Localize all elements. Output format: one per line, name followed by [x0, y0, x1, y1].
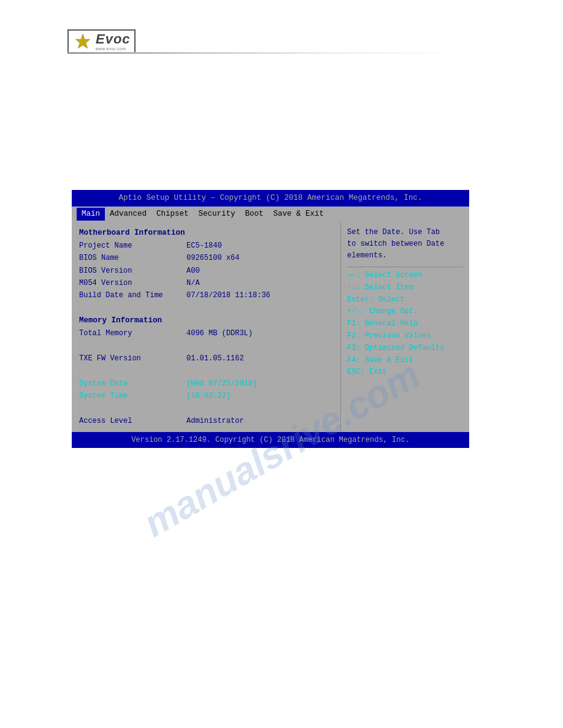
label-system-time: System Time: [79, 390, 186, 402]
key-esc: ESC: Exit: [347, 366, 463, 379]
key-f1: F1: General Help: [347, 318, 463, 330]
menu-item-main[interactable]: Main: [77, 208, 105, 221]
logo-subtitle: www.evoc.com: [96, 47, 131, 51]
label-build-date: Build Date and Time: [79, 289, 186, 301]
value-project-name: EC5-1840: [186, 240, 222, 252]
menu-item-save-exit[interactable]: Save & Exit: [269, 208, 329, 221]
key-select-screen: →←: Select Screen: [347, 270, 463, 282]
key-f2: F2: Previous Values: [347, 330, 463, 343]
field-bios-version: BIOS Version A00: [79, 265, 333, 277]
label-m054-version: M054 Version: [79, 277, 186, 289]
bios-content: Motherboard Information Project Name EC5…: [72, 222, 469, 433]
value-bios-version: A00: [186, 265, 200, 277]
label-project-name: Project Name: [79, 240, 186, 252]
logo-area: Evoc www.evoc.com: [67, 29, 136, 53]
memory-header: Memory Information: [79, 314, 333, 327]
value-build-date: 07/18/2018 11:18:36: [186, 289, 270, 301]
help-divider: [347, 267, 463, 267]
svg-marker-0: [75, 34, 90, 48]
logo-divider: [67, 52, 460, 54]
logo-image: Evoc www.evoc.com: [67, 29, 136, 53]
key-select-item: ↑↓: Select Item: [347, 282, 463, 294]
bios-title: Aptio Setup Utility – Copyright (C) 2018…: [72, 190, 469, 207]
key-change-opt: +/-: Change Opt.: [347, 306, 463, 318]
bios-menu: Main Advanced Chipset Security Boot Save…: [72, 207, 469, 222]
field-txe-fw: TXE FW Version 01.01.05.1162: [79, 352, 333, 365]
value-txe-fw: 01.01.05.1162: [186, 352, 244, 365]
logo-brand-text: Evoc: [96, 32, 131, 47]
key-f4: F4: Save & Exit: [347, 355, 463, 367]
evoc-logo-icon: [71, 32, 94, 51]
label-total-memory: Total Memory: [79, 327, 186, 339]
menu-item-security[interactable]: Security: [194, 208, 240, 221]
field-system-date[interactable]: System Date [Wed 07/25/2018]: [79, 377, 333, 390]
bios-version-bar: Version 2.17.1249. Copyright (C) 2018 Am…: [72, 432, 469, 448]
menu-item-boot[interactable]: Boot: [240, 208, 269, 221]
field-total-memory: Total Memory 4096 MB (DDR3L): [79, 327, 333, 339]
field-project-name: Project Name EC5-1840: [79, 240, 333, 252]
field-access-level: Access Level Administrator: [79, 415, 333, 427]
key-f3: F3: Optimized Defaults: [347, 343, 463, 355]
field-build-date: Build Date and Time 07/18/2018 11:18:36: [79, 289, 333, 301]
label-system-date: System Date: [79, 377, 186, 390]
value-bios-name: 09265100 x64: [186, 252, 239, 264]
key-enter: Enter: Select: [347, 294, 463, 306]
field-system-time[interactable]: System Time [16:03:22]: [79, 390, 333, 402]
key-hints: →←: Select Screen ↑↓: Select Item Enter:…: [347, 270, 463, 379]
label-access-level: Access Level: [79, 415, 186, 427]
value-total-memory: 4096 MB (DDR3L): [186, 327, 253, 339]
bios-right-panel: Set the Date. Use Tabto switch between D…: [340, 222, 469, 433]
value-system-date[interactable]: [Wed 07/25/2018]: [186, 377, 257, 390]
label-txe-fw: TXE FW Version: [79, 352, 186, 365]
field-bios-name: BIOS Name 09265100 x64: [79, 252, 333, 264]
label-bios-name: BIOS Name: [79, 252, 186, 264]
field-m054-version: M054 Version N/A: [79, 277, 333, 289]
menu-item-chipset[interactable]: Chipset: [151, 208, 194, 221]
motherboard-header: Motherboard Information: [79, 227, 333, 240]
value-system-time[interactable]: [16:03:22]: [186, 390, 231, 402]
logo-border: Evoc www.evoc.com: [67, 29, 136, 53]
menu-item-advanced[interactable]: Advanced: [105, 208, 151, 221]
value-access-level: Administrator: [186, 415, 244, 427]
label-bios-version: BIOS Version: [79, 265, 186, 277]
value-m054-version: N/A: [186, 277, 200, 289]
bios-help-text: Set the Date. Use Tabto switch between D…: [347, 227, 463, 262]
bios-left-panel: Motherboard Information Project Name EC5…: [72, 222, 340, 433]
bios-screen: Aptio Setup Utility – Copyright (C) 2018…: [72, 190, 469, 448]
